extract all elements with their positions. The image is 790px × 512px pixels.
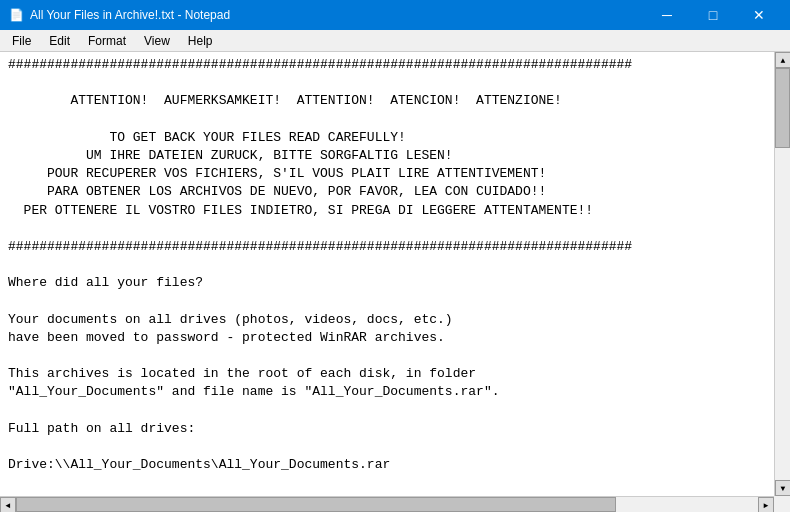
- scroll-track-horizontal[interactable]: [16, 497, 758, 512]
- horizontal-scrollbar: ◄ ►: [0, 496, 774, 512]
- menu-view[interactable]: View: [136, 32, 178, 50]
- scrollbar-corner: [774, 496, 790, 512]
- scroll-thumb-vertical[interactable]: [775, 68, 790, 148]
- title-bar: 📄 All Your Files in Archive!.txt - Notep…: [0, 0, 790, 30]
- menu-bar: File Edit Format View Help: [0, 30, 790, 52]
- text-area-container[interactable]: ########################################…: [0, 52, 774, 496]
- scroll-thumb-horizontal[interactable]: [16, 497, 616, 512]
- close-button[interactable]: ✕: [736, 0, 782, 30]
- text-content: ########################################…: [0, 52, 774, 496]
- window-controls: ─ □ ✕: [644, 0, 782, 30]
- minimize-button[interactable]: ─: [644, 0, 690, 30]
- scroll-right-button[interactable]: ►: [758, 497, 774, 512]
- menu-edit[interactable]: Edit: [41, 32, 78, 50]
- vertical-scrollbar: ▲ ▼: [774, 52, 790, 496]
- app-icon: 📄: [8, 7, 24, 23]
- scroll-left-button[interactable]: ◄: [0, 497, 16, 512]
- title-bar-left: 📄 All Your Files in Archive!.txt - Notep…: [8, 7, 230, 23]
- window-title: All Your Files in Archive!.txt - Notepad: [30, 8, 230, 22]
- menu-help[interactable]: Help: [180, 32, 221, 50]
- bottom-bar: ◄ ►: [0, 496, 790, 512]
- menu-format[interactable]: Format: [80, 32, 134, 50]
- scroll-down-button[interactable]: ▼: [775, 480, 790, 496]
- content-wrapper: ########################################…: [0, 52, 790, 496]
- maximize-button[interactable]: □: [690, 0, 736, 30]
- menu-file[interactable]: File: [4, 32, 39, 50]
- scroll-track-vertical[interactable]: [775, 68, 790, 480]
- scroll-up-button[interactable]: ▲: [775, 52, 790, 68]
